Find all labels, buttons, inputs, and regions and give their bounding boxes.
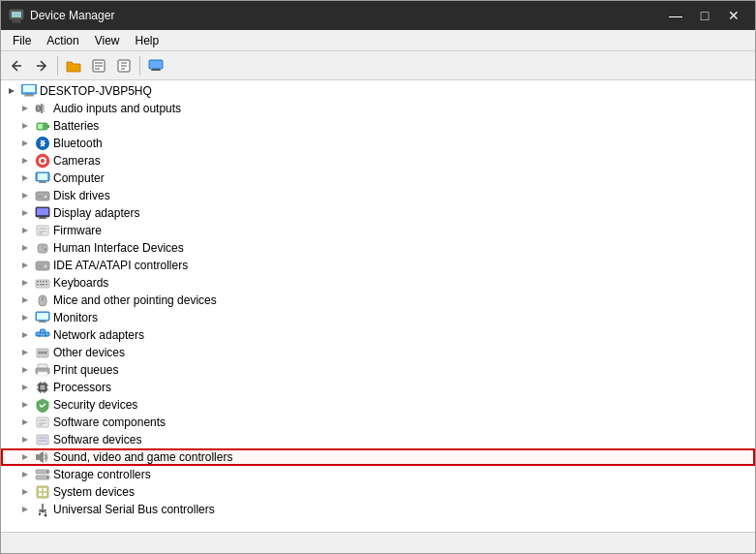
tree-row-0[interactable]: Audio inputs and outputs: [1, 100, 755, 117]
expand-icon-22[interactable]: [18, 485, 32, 499]
icon-network: [35, 327, 50, 343]
expand-icon-17[interactable]: [18, 398, 32, 412]
icon-system: [35, 484, 50, 500]
expand-icon-12[interactable]: [18, 311, 32, 324]
computer-button[interactable]: [144, 54, 167, 77]
expand-icon-3[interactable]: [18, 154, 32, 168]
svg-point-60: [42, 298, 44, 300]
close-button[interactable]: ✕: [720, 6, 747, 25]
open-folder-button[interactable]: [62, 54, 85, 77]
tree-row-20[interactable]: Sound, video and game controllers: [1, 448, 755, 466]
tree-row-17[interactable]: Security devices: [1, 396, 755, 414]
tree-row-9[interactable]: IDE ATA/ATAPI controllers: [1, 257, 755, 274]
tree-item-23: Universal Serial Bus controllers: [1, 501, 755, 518]
minimize-button[interactable]: —: [662, 6, 689, 25]
tree-row-12[interactable]: Monitors: [1, 309, 755, 326]
forward-button[interactable]: [30, 54, 53, 77]
expand-icon-5[interactable]: [18, 189, 32, 202]
tree-row-21[interactable]: Storage controllers: [1, 466, 755, 483]
expand-icon-18[interactable]: [18, 416, 32, 429]
device-list: Audio inputs and outputs Batteri: [1, 100, 755, 518]
device-manager-window: Device Manager — □ ✕ File Action View He…: [0, 0, 756, 554]
tree-row-8[interactable]: Human Interface Devices: [1, 239, 755, 257]
expand-icon-2[interactable]: [18, 137, 32, 150]
expand-icon-23[interactable]: [18, 503, 32, 516]
tree-row-1[interactable]: Batteries: [1, 117, 755, 135]
tree-row-23[interactable]: Universal Serial Bus controllers: [1, 501, 755, 518]
menu-help[interactable]: Help: [128, 32, 167, 49]
expand-icon-4[interactable]: [18, 171, 32, 185]
tree-item-8: Human Interface Devices: [1, 239, 755, 257]
tree-row-18[interactable]: Software components: [1, 414, 755, 431]
maximize-button[interactable]: □: [691, 6, 718, 25]
expand-icon-20[interactable]: [18, 450, 32, 464]
expand-icon-1[interactable]: [18, 119, 32, 133]
label-4: Computer: [53, 171, 105, 185]
svg-rect-30: [40, 181, 45, 182]
menu-action[interactable]: Action: [39, 32, 86, 49]
expand-icon-11[interactable]: [18, 293, 32, 307]
svg-rect-2: [13, 20, 20, 22]
toolbar-btn-5[interactable]: [112, 54, 136, 77]
expand-icon-7[interactable]: [18, 224, 32, 237]
label-14: Other devices: [53, 346, 125, 359]
expand-icon-21[interactable]: [18, 468, 32, 481]
icon-other: [35, 345, 50, 360]
expand-icon-19[interactable]: [18, 433, 32, 446]
svg-rect-1: [12, 12, 21, 17]
tree-row-6[interactable]: Display adapters: [1, 204, 755, 222]
tree-row-2[interactable]: Bluetooth: [1, 135, 755, 152]
root-icon: [21, 83, 37, 99]
expand-icon-0[interactable]: [18, 102, 32, 115]
tree-item-15: Print queues: [1, 361, 755, 379]
svg-rect-77: [38, 372, 47, 376]
svg-point-23: [36, 137, 49, 150]
tree-row-19[interactable]: Software devices: [1, 431, 755, 448]
expand-icon-15[interactable]: [18, 363, 32, 377]
tree-row-22[interactable]: System devices: [1, 483, 755, 501]
expand-icon-9[interactable]: [18, 259, 32, 272]
tree-item-9: IDE ATA/ATAPI controllers: [1, 257, 755, 274]
svg-rect-29: [38, 173, 47, 180]
tree-row-5[interactable]: Disk drives: [1, 187, 755, 204]
label-20: Sound, video and game controllers: [53, 450, 232, 464]
svg-rect-21: [47, 125, 49, 128]
svg-rect-13: [151, 70, 161, 71]
expand-icon-16[interactable]: [18, 381, 32, 394]
root-row[interactable]: DESKTOP-JVBP5HQ: [1, 82, 755, 100]
menu-view[interactable]: View: [87, 32, 128, 49]
tree-row-16[interactable]: Processors: [1, 379, 755, 396]
label-5: Disk drives: [53, 189, 110, 202]
back-button[interactable]: [5, 54, 28, 77]
svg-rect-37: [40, 217, 45, 218]
svg-rect-67: [41, 329, 45, 333]
expand-icon-14[interactable]: [18, 346, 32, 359]
content-area[interactable]: DESKTOP-JVBP5HQ Audio inputs and outp: [1, 80, 755, 532]
expand-icon-8[interactable]: [18, 241, 32, 255]
menu-file[interactable]: File: [5, 32, 39, 49]
label-10: Keyboards: [53, 276, 108, 290]
tree-row-15[interactable]: Print queues: [1, 361, 755, 379]
expand-icon-6[interactable]: [18, 206, 32, 220]
svg-point-46: [45, 249, 46, 251]
properties-button[interactable]: [87, 54, 110, 77]
tree-row-7[interactable]: Firmware: [1, 222, 755, 239]
tree-row-10[interactable]: Keyboards: [1, 274, 755, 292]
tree-row-13[interactable]: Network adapters: [1, 326, 755, 344]
tree-row-4[interactable]: Computer: [1, 169, 755, 187]
label-21: Storage controllers: [53, 468, 151, 481]
tree-row-3[interactable]: Cameras: [1, 152, 755, 169]
tree-item-14: Other devices: [1, 344, 755, 361]
tree-row-11[interactable]: Mice and other pointing devices: [1, 292, 755, 309]
expand-icon-10[interactable]: [18, 276, 32, 290]
label-19: Software devices: [53, 433, 141, 446]
root-label: DESKTOP-JVBP5HQ: [40, 84, 152, 98]
icon-computer: [35, 170, 50, 186]
svg-rect-16: [25, 94, 33, 95]
svg-rect-51: [37, 281, 39, 283]
title-bar: Device Manager — □ ✕: [1, 1, 755, 30]
tree-row-14[interactable]: Other devices: [1, 344, 755, 361]
root-expand-icon[interactable]: [5, 84, 18, 98]
svg-rect-53: [43, 281, 45, 283]
expand-icon-13[interactable]: [18, 328, 32, 342]
